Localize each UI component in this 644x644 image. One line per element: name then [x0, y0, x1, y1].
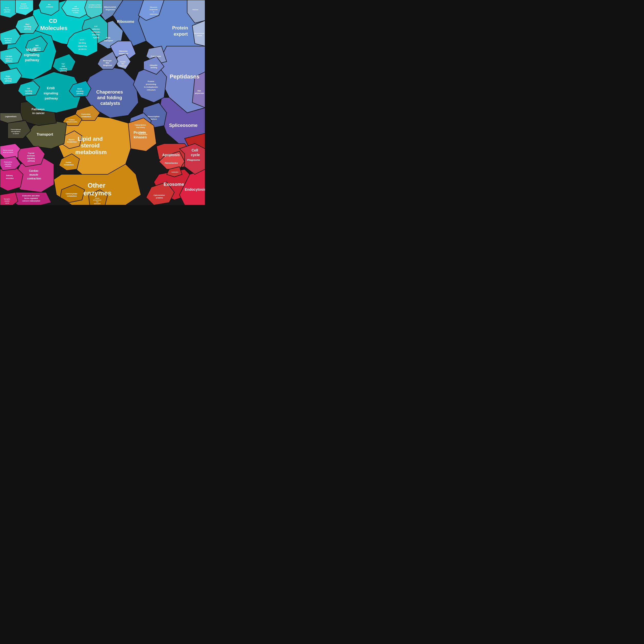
synaptic-vesicle-cycle[interactable]: [0, 192, 18, 205]
voronoi-map: Protein export Ribosome Ribosome biogene…: [0, 0, 205, 205]
